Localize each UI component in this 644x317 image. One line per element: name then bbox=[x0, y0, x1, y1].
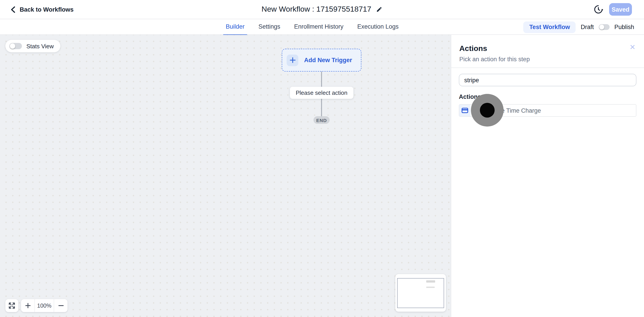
workflow-builder-app: Back to Workflows New Workflow : 1715975… bbox=[0, 0, 644, 317]
top-bar-right: Saved bbox=[594, 0, 632, 19]
tab-execution-logs[interactable]: Execution Logs bbox=[356, 19, 400, 35]
actions-panel-title: Actions bbox=[459, 44, 636, 53]
credit-card-icon bbox=[462, 108, 468, 113]
select-action-hint: Please select action bbox=[290, 87, 353, 99]
tab-group: Builder Settings Enrollment History Exec… bbox=[224, 19, 400, 35]
main-area: Stats View Add New Trigger Please select… bbox=[0, 35, 644, 317]
stats-view-toggle[interactable] bbox=[10, 43, 22, 49]
add-new-trigger-label: Add New Trigger bbox=[304, 57, 352, 64]
stats-view-control: Stats View bbox=[5, 40, 60, 52]
tab-enrollment-history[interactable]: Enrollment History bbox=[293, 19, 345, 35]
action-item-stripe-one-time-charge[interactable]: Stripe One Time Charge bbox=[459, 104, 636, 117]
action-item-label: Stripe One Time Charge bbox=[470, 104, 541, 116]
publish-toggle[interactable] bbox=[598, 24, 609, 30]
publish-controls: Test Workflow Draft Publish bbox=[524, 19, 634, 35]
test-workflow-button[interactable]: Test Workflow bbox=[524, 21, 576, 33]
workflow-title: New Workflow : 1715975518717 bbox=[262, 5, 372, 14]
expand-icon bbox=[8, 302, 15, 309]
edit-pencil-icon[interactable] bbox=[376, 6, 382, 12]
zoom-controls: 100% bbox=[21, 299, 68, 312]
saved-button[interactable]: Saved bbox=[609, 3, 632, 16]
toggle-knob bbox=[10, 43, 15, 49]
zoom-in-button[interactable] bbox=[21, 299, 34, 312]
workflow-title-wrap: New Workflow : 1715975518717 bbox=[0, 0, 644, 19]
zoom-out-button[interactable] bbox=[54, 299, 68, 312]
plus-icon bbox=[25, 303, 31, 308]
add-new-trigger-button[interactable]: Add New Trigger bbox=[282, 49, 361, 72]
minus-icon bbox=[58, 303, 64, 308]
tabs-bar: Builder Settings Enrollment History Exec… bbox=[0, 19, 644, 35]
workflow-canvas[interactable]: Stats View Add New Trigger Please select… bbox=[0, 35, 451, 317]
stats-view-label: Stats View bbox=[26, 43, 54, 50]
action-search-input[interactable] bbox=[459, 74, 636, 86]
top-bar: Back to Workflows New Workflow : 1715975… bbox=[0, 0, 644, 19]
end-node: END bbox=[314, 116, 330, 124]
tab-builder[interactable]: Builder bbox=[224, 19, 246, 35]
actions-section-label: Actions bbox=[459, 94, 636, 100]
draft-label: Draft bbox=[581, 24, 594, 30]
fit-to-screen-button[interactable] bbox=[5, 299, 18, 312]
plus-icon bbox=[290, 57, 296, 63]
actions-panel-subtitle: Pick an action for this step bbox=[459, 56, 636, 62]
tab-settings[interactable]: Settings bbox=[257, 19, 282, 35]
minimap-node-trigger bbox=[426, 280, 435, 282]
zoom-level: 100% bbox=[34, 299, 54, 312]
minimap[interactable] bbox=[395, 274, 446, 312]
action-icon-cell bbox=[459, 104, 470, 116]
toggle-knob bbox=[599, 24, 604, 30]
minimap-node-action bbox=[426, 286, 435, 288]
actions-panel-header: Actions Pick an action for this step bbox=[451, 35, 644, 68]
minimap-viewport bbox=[397, 278, 444, 308]
version-history-icon[interactable] bbox=[594, 4, 603, 14]
actions-panel: Actions Pick an action for this step ✕ A… bbox=[451, 35, 644, 317]
publish-label: Publish bbox=[614, 24, 634, 30]
close-icon[interactable]: ✕ bbox=[630, 44, 636, 51]
plus-tile bbox=[287, 54, 298, 66]
